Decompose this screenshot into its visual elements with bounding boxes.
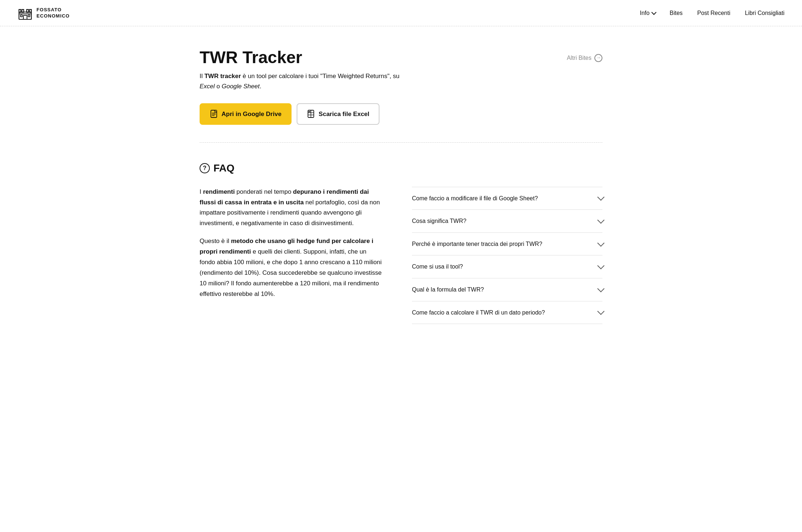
header-section: TWR Tracker Altri Bites → <box>200 48 602 67</box>
circle-arrow-icon: → <box>594 54 602 62</box>
nav-item-post-recenti[interactable]: Post Recenti <box>697 8 730 18</box>
chevron-down-icon <box>597 308 605 315</box>
faq-accordion: Come faccio a modificare il file di Goog… <box>412 187 602 324</box>
nav-label-info: Info <box>640 8 650 18</box>
page-title: TWR Tracker <box>200 48 302 67</box>
nav-link-post-recenti[interactable]: Post Recenti <box>697 10 730 16</box>
faq-question-text: Come faccio a calcolare il TWR di un dat… <box>412 308 545 317</box>
faq-question-text: Cosa significa TWR? <box>412 216 466 226</box>
faq-item[interactable]: Come si usa il tool? <box>412 255 602 278</box>
chevron-down-icon <box>597 262 605 270</box>
svg-rect-8 <box>28 15 30 17</box>
button-row: Apri in Google Drive Scarica file Excel <box>200 103 602 125</box>
faq-para-1: I rendimenti ponderati nel tempo depuran… <box>200 187 383 229</box>
main-content: TWR Tracker Altri Bites → Il TWR tracker… <box>182 26 620 353</box>
faq-para-2: Questo è il metodo che usano gli hedge f… <box>200 236 383 299</box>
chevron-down-icon <box>651 9 656 15</box>
altri-bites-label: Altri Bites <box>567 53 591 63</box>
faq-intro: I rendimenti ponderati nel tempo depuran… <box>200 187 390 324</box>
svg-rect-7 <box>20 15 22 17</box>
faq-title: FAQ <box>213 160 235 177</box>
faq-item[interactable]: Perché è importante tener traccia dei pr… <box>412 233 602 256</box>
faq-layout: I rendimenti ponderati nel tempo depuran… <box>200 187 602 324</box>
faq-item[interactable]: Qual è la formula del TWR? <box>412 278 602 301</box>
faq-circle-icon: ? <box>200 163 210 173</box>
faq-item[interactable]: Come faccio a modificare il file di Goog… <box>412 187 602 210</box>
faq-question-text: Come faccio a modificare il file di Goog… <box>412 194 538 203</box>
excel-button[interactable]: Scarica file Excel <box>297 103 379 125</box>
svg-rect-6 <box>23 15 27 19</box>
svg-rect-12 <box>212 115 215 116</box>
chevron-down-icon <box>597 285 605 292</box>
faq-title-row: ? FAQ <box>200 160 602 177</box>
logo-text: FOSSATO ECONOMICO <box>36 7 70 19</box>
hero-description: Il TWR tracker è un tool per calcolare i… <box>200 71 404 92</box>
nav-link-bites[interactable]: Bites <box>670 10 683 16</box>
svg-rect-11 <box>212 114 216 115</box>
nav-link-libri-consigliati[interactable]: Libri Consigliati <box>745 10 785 16</box>
nav-link-info[interactable]: Info <box>640 8 655 18</box>
nav-links: Info Bites Post Recenti Libri Consigliat… <box>640 8 784 18</box>
logo-icon <box>18 5 33 21</box>
excel-icon <box>307 110 315 118</box>
google-drive-label: Apri in Google Drive <box>221 109 281 119</box>
excel-label: Scarica file Excel <box>319 109 369 119</box>
altri-bites-link[interactable]: Altri Bites → <box>567 53 602 63</box>
nav-item-bites[interactable]: Bites <box>670 8 683 18</box>
nav-item-info[interactable]: Info <box>640 8 655 18</box>
navbar: FOSSATO ECONOMICO Info Bites Post Recent… <box>0 0 802 26</box>
faq-question-text: Perché è importante tener traccia dei pr… <box>412 239 542 249</box>
chevron-down-icon <box>597 216 605 224</box>
chevron-down-icon <box>597 194 605 201</box>
google-sheets-icon <box>210 110 218 118</box>
faq-question-text: Come si usa il tool? <box>412 262 463 271</box>
section-divider <box>200 142 602 143</box>
svg-rect-10 <box>212 113 216 113</box>
google-drive-button[interactable]: Apri in Google Drive <box>200 103 292 125</box>
faq-question-text: Qual è la formula del TWR? <box>412 285 484 294</box>
nav-item-libri-consigliati[interactable]: Libri Consigliati <box>745 8 785 18</box>
chevron-down-icon <box>597 239 605 247</box>
faq-item[interactable]: Cosa significa TWR? <box>412 210 602 233</box>
logo[interactable]: FOSSATO ECONOMICO <box>18 5 70 21</box>
faq-section: ? FAQ I rendimenti ponderati nel tempo d… <box>200 160 602 324</box>
faq-item[interactable]: Come faccio a calcolare il TWR di un dat… <box>412 301 602 324</box>
svg-rect-1 <box>19 14 31 14</box>
